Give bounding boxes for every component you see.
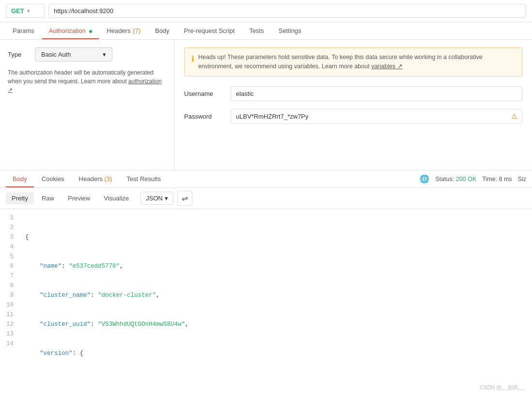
response-tabs-bar: Body Cookies Headers (3) Test Results 🌐 … (0, 170, 532, 188)
auth-right-panel: ℹ Heads up! These parameters hold sensit… (174, 40, 532, 170)
resp-tab-headers[interactable]: Headers (3) (72, 170, 119, 187)
username-input[interactable] (231, 86, 522, 101)
tab-body[interactable]: Body (148, 22, 176, 39)
info-icon: ℹ (191, 53, 194, 65)
request-tabs-bar: Params Authorization Headers (7) Body Pr… (0, 22, 532, 40)
globe-icon: 🌐 (420, 174, 429, 183)
tab-headers[interactable]: Headers (7) (100, 22, 147, 39)
resp-tab-cookies[interactable]: Cookies (35, 170, 71, 187)
url-input[interactable] (48, 4, 526, 18)
type-label: Type (8, 51, 27, 58)
info-banner: ℹ Heads up! These parameters hold sensit… (184, 47, 522, 76)
type-select[interactable]: Basic Auth ▾ (35, 47, 112, 61)
fmt-tab-preview[interactable]: Preview (62, 192, 96, 204)
type-row: Type Basic Auth ▾ (8, 47, 166, 61)
request-area: Type Basic Auth ▾ The authorization head… (0, 40, 532, 170)
type-chevron-icon: ▾ (103, 51, 106, 58)
method-select[interactable]: GET ▾ (6, 4, 45, 18)
username-label: Username (184, 90, 223, 97)
format-chevron-icon: ▾ (165, 195, 168, 202)
time-label: Time: 8 ms (482, 176, 512, 183)
tab-params[interactable]: Params (6, 22, 41, 39)
status-bar: 🌐 Status: 200 OK Time: 8 ms Siz (420, 174, 526, 183)
fmt-tab-pretty[interactable]: Pretty (6, 192, 34, 204)
variables-link[interactable]: variables ↗ (371, 63, 403, 70)
method-label: GET (11, 7, 24, 15)
type-value: Basic Auth (41, 51, 71, 58)
fmt-tab-visualize[interactable]: Visualize (98, 192, 135, 204)
url-bar: GET ▾ (0, 0, 532, 22)
auth-left-panel: Type Basic Auth ▾ The authorization head… (0, 40, 174, 170)
code-content: { "name": "e537cedd5778", "cluster_name"… (19, 213, 532, 376)
size-label: Siz (518, 176, 526, 183)
password-wrapper: ⚠ (231, 109, 522, 124)
active-dot (89, 30, 92, 33)
tab-settings[interactable]: Settings (272, 22, 308, 39)
wrap-icon: ⇌ (182, 194, 188, 203)
fmt-tab-raw[interactable]: Raw (36, 192, 60, 204)
status-label: Status: 200 OK (435, 176, 476, 183)
format-bar: Pretty Raw Preview Visualize JSON ▾ ⇌ (0, 188, 532, 209)
username-row: Username (184, 86, 522, 101)
code-area: 12345 678910 11121314 { "name": "e537ced… (0, 209, 532, 380)
password-label: Password (184, 113, 223, 120)
password-input[interactable] (231, 109, 522, 124)
format-select[interactable]: JSON ▾ (141, 192, 173, 205)
helper-text: The authorization header will be automat… (8, 68, 166, 94)
wrap-button[interactable]: ⇌ (177, 191, 192, 206)
warning-icon: ⚠ (511, 112, 517, 120)
chevron-down-icon: ▾ (27, 8, 30, 14)
password-row: Password ⚠ (184, 109, 522, 124)
resp-tab-body[interactable]: Body (6, 170, 34, 187)
tab-tests[interactable]: Tests (242, 22, 270, 39)
resp-tab-test-results[interactable]: Test Results (120, 170, 168, 187)
line-numbers: 12345 678910 11121314 (0, 213, 19, 376)
tab-pre-request-script[interactable]: Pre-request Script (177, 22, 242, 39)
tab-authorization[interactable]: Authorization (42, 22, 99, 39)
